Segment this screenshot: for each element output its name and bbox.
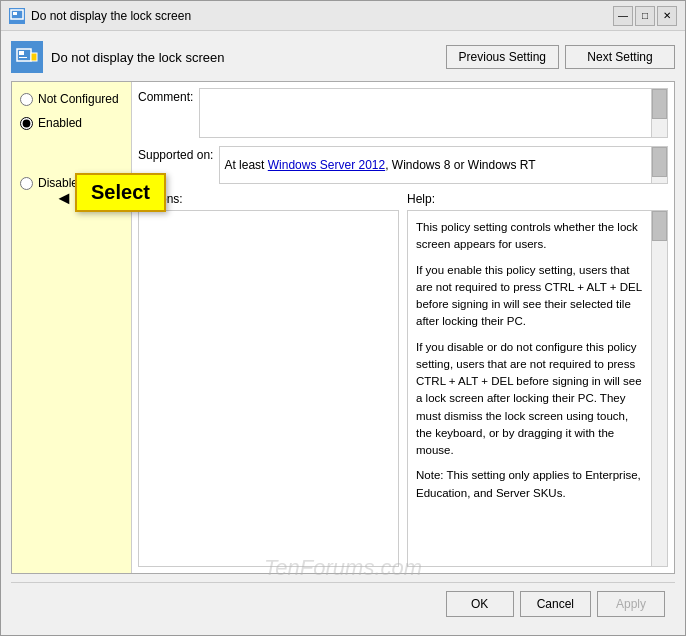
cancel-button[interactable]: Cancel — [520, 591, 591, 617]
ok-button[interactable]: OK — [446, 591, 514, 617]
comment-row: Comment: — [138, 88, 668, 138]
help-label: Help: — [407, 192, 668, 206]
help-scrollbar[interactable] — [651, 211, 667, 566]
main-area: Not Configured Enabled Select ◄ Disabled — [11, 81, 675, 574]
comment-box[interactable] — [199, 88, 668, 138]
not-configured-label: Not Configured — [38, 92, 119, 106]
svg-rect-3 — [19, 51, 24, 55]
bottom-panels: Options: Help: This policy setting contr… — [138, 192, 668, 567]
enabled-option[interactable]: Enabled — [20, 114, 123, 132]
options-label: Options: — [138, 192, 399, 206]
supported-scrollbar[interactable] — [651, 147, 667, 183]
apply-button[interactable]: Apply — [597, 591, 665, 617]
header-left: Do not display the lock screen — [11, 41, 224, 73]
help-para-2: If you enable this policy setting, users… — [416, 262, 647, 331]
options-box — [138, 210, 399, 567]
left-panel: Not Configured Enabled Select ◄ Disabled — [12, 82, 132, 573]
prev-setting-button[interactable]: Previous Setting — [446, 45, 559, 69]
help-para-3: If you disable or do not configure this … — [416, 339, 647, 460]
help-box: This policy setting controls whether the… — [407, 210, 668, 567]
policy-title: Do not display the lock screen — [51, 50, 224, 65]
help-panel: Help: This policy setting controls wheth… — [407, 192, 668, 567]
header-buttons: Previous Setting Next Setting — [446, 45, 675, 69]
help-para-4: Note: This setting only applies to Enter… — [416, 467, 647, 502]
maximize-button[interactable]: □ — [635, 6, 655, 26]
window-icon — [9, 8, 25, 24]
right-panel: Comment: Supported on: At least Windows … — [132, 82, 674, 573]
not-configured-option[interactable]: Not Configured — [20, 90, 123, 108]
comment-scrollbar[interactable] — [651, 89, 667, 137]
not-configured-radio[interactable] — [20, 93, 33, 106]
policy-icon — [11, 41, 43, 73]
select-badge: Select — [75, 173, 166, 212]
disabled-radio[interactable] — [20, 177, 33, 190]
supported-label: Supported on: — [138, 146, 213, 162]
supported-text: At least Windows Server 2012, Windows 8 … — [224, 158, 535, 172]
window-title: Do not display the lock screen — [31, 9, 191, 23]
supported-box: At least Windows Server 2012, Windows 8 … — [219, 146, 668, 184]
title-bar: Do not display the lock screen — □ ✕ — [1, 1, 685, 31]
main-window: Do not display the lock screen — □ ✕ Do — [0, 0, 686, 636]
next-setting-button[interactable]: Next Setting — [565, 45, 675, 69]
supported-row: Supported on: At least Windows Server 20… — [138, 146, 668, 184]
options-panel: Options: — [138, 192, 399, 567]
svg-rect-5 — [31, 53, 37, 61]
svg-rect-1 — [13, 12, 17, 15]
minimize-button[interactable]: — — [613, 6, 633, 26]
close-button[interactable]: ✕ — [657, 6, 677, 26]
windows-server-link[interactable]: Windows Server 2012 — [268, 158, 385, 172]
comment-label: Comment: — [138, 88, 193, 104]
header-row: Do not display the lock screen Previous … — [11, 41, 675, 73]
footer: OK Cancel Apply — [11, 582, 675, 625]
help-para-1: This policy setting controls whether the… — [416, 219, 647, 254]
help-text: This policy setting controls whether the… — [416, 219, 647, 502]
window-content: Do not display the lock screen Previous … — [1, 31, 685, 635]
select-arrow: ◄ — [55, 188, 73, 209]
svg-rect-4 — [19, 57, 27, 58]
enabled-radio[interactable] — [20, 117, 33, 130]
enabled-label: Enabled — [38, 116, 82, 130]
title-controls: — □ ✕ — [613, 6, 677, 26]
